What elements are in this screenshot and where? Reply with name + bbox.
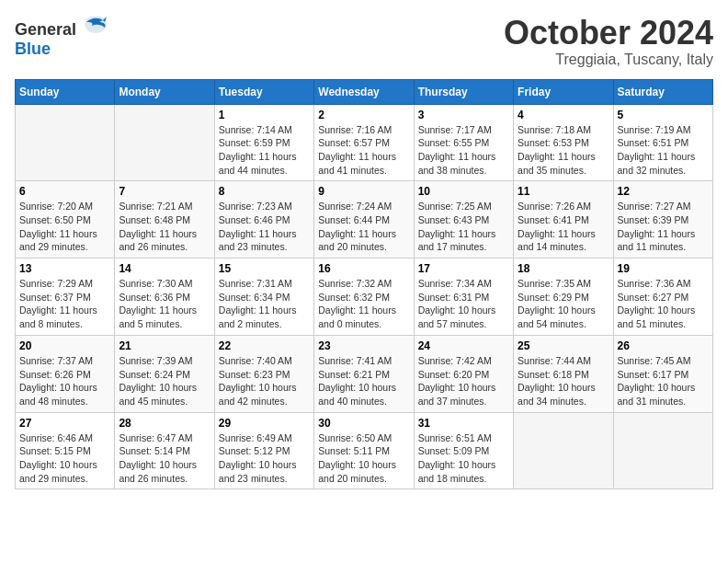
day-info: Sunrise: 7:32 AM Sunset: 6:32 PM Dayligh… — [318, 277, 409, 331]
day-info: Sunrise: 6:49 AM Sunset: 5:12 PM Dayligh… — [219, 431, 310, 486]
day-of-week-header: Monday — [115, 79, 214, 104]
day-info: Sunrise: 6:51 AM Sunset: 5:09 PM Dayligh… — [418, 431, 509, 486]
day-number: 18 — [518, 262, 609, 275]
calendar-cell — [613, 412, 712, 489]
day-number: 8 — [219, 185, 310, 198]
calendar-cell: 12Sunrise: 7:27 AM Sunset: 6:39 PM Dayli… — [613, 181, 712, 259]
calendar-cell: 31Sunrise: 6:51 AM Sunset: 5:09 PM Dayli… — [414, 412, 513, 489]
day-info: Sunrise: 7:39 AM Sunset: 6:24 PM Dayligh… — [119, 354, 210, 408]
calendar-week-row: 1Sunrise: 7:14 AM Sunset: 6:59 PM Daylig… — [16, 104, 713, 181]
calendar-cell: 1Sunrise: 7:14 AM Sunset: 6:59 PM Daylig… — [214, 104, 313, 181]
day-info: Sunrise: 7:36 AM Sunset: 6:27 PM Dayligh… — [618, 277, 709, 331]
calendar-cell: 15Sunrise: 7:31 AM Sunset: 6:34 PM Dayli… — [214, 259, 313, 336]
calendar-cell — [115, 104, 214, 181]
day-number: 20 — [19, 339, 110, 352]
day-info: Sunrise: 7:42 AM Sunset: 6:20 PM Dayligh… — [418, 354, 509, 408]
calendar-cell: 17Sunrise: 7:34 AM Sunset: 6:31 PM Dayli… — [414, 259, 513, 336]
calendar-cell: 30Sunrise: 6:50 AM Sunset: 5:11 PM Dayli… — [314, 412, 414, 489]
day-number: 10 — [418, 185, 509, 198]
day-info: Sunrise: 7:14 AM Sunset: 6:59 PM Dayligh… — [219, 123, 310, 178]
calendar-cell: 16Sunrise: 7:32 AM Sunset: 6:32 PM Dayli… — [314, 259, 414, 336]
day-number: 25 — [518, 339, 609, 352]
day-info: Sunrise: 7:45 AM Sunset: 6:17 PM Dayligh… — [618, 354, 709, 408]
day-of-week-header: Saturday — [613, 79, 712, 104]
calendar-body: 1Sunrise: 7:14 AM Sunset: 6:59 PM Daylig… — [16, 104, 713, 489]
day-number: 23 — [318, 339, 409, 352]
day-info: Sunrise: 7:25 AM Sunset: 6:43 PM Dayligh… — [418, 200, 509, 254]
day-info: Sunrise: 7:21 AM Sunset: 6:48 PM Dayligh… — [119, 200, 210, 254]
day-number: 19 — [618, 262, 709, 275]
day-info: Sunrise: 6:50 AM Sunset: 5:11 PM Dayligh… — [318, 431, 409, 486]
day-info: Sunrise: 7:29 AM Sunset: 6:37 PM Dayligh… — [19, 277, 110, 331]
calendar-cell: 19Sunrise: 7:36 AM Sunset: 6:27 PM Dayli… — [613, 259, 712, 336]
day-info: Sunrise: 7:40 AM Sunset: 6:23 PM Dayligh… — [219, 354, 310, 408]
calendar-cell: 11Sunrise: 7:26 AM Sunset: 6:41 PM Dayli… — [514, 181, 613, 259]
calendar-cell: 14Sunrise: 7:30 AM Sunset: 6:36 PM Dayli… — [115, 259, 214, 336]
location-title: Treggiaia, Tuscany, Italy — [504, 52, 713, 68]
calendar-cell: 5Sunrise: 7:19 AM Sunset: 6:51 PM Daylig… — [613, 104, 712, 181]
day-number: 5 — [618, 109, 709, 121]
day-number: 6 — [19, 185, 110, 198]
day-of-week-header: Sunday — [16, 79, 115, 104]
day-info: Sunrise: 6:47 AM Sunset: 5:14 PM Dayligh… — [119, 431, 210, 486]
day-number: 27 — [19, 417, 110, 430]
calendar-cell: 18Sunrise: 7:35 AM Sunset: 6:29 PM Dayli… — [514, 259, 613, 336]
day-info: Sunrise: 7:19 AM Sunset: 6:51 PM Dayligh… — [618, 123, 709, 178]
day-number: 16 — [318, 262, 409, 275]
day-number: 4 — [518, 109, 609, 121]
day-number: 13 — [19, 262, 110, 275]
day-info: Sunrise: 7:30 AM Sunset: 6:36 PM Dayligh… — [119, 277, 210, 331]
day-info: Sunrise: 7:26 AM Sunset: 6:41 PM Dayligh… — [518, 200, 609, 254]
calendar-week-row: 20Sunrise: 7:37 AM Sunset: 6:26 PM Dayli… — [16, 335, 713, 412]
calendar-week-row: 27Sunrise: 6:46 AM Sunset: 5:15 PM Dayli… — [16, 412, 713, 489]
day-of-week-header: Tuesday — [214, 79, 313, 104]
day-number: 12 — [618, 185, 709, 198]
day-info: Sunrise: 7:17 AM Sunset: 6:55 PM Dayligh… — [418, 123, 509, 178]
calendar-cell — [514, 412, 613, 489]
calendar-cell: 21Sunrise: 7:39 AM Sunset: 6:24 PM Dayli… — [115, 335, 214, 412]
day-number: 26 — [618, 339, 709, 352]
calendar-cell: 2Sunrise: 7:16 AM Sunset: 6:57 PM Daylig… — [314, 104, 414, 181]
day-number: 24 — [418, 339, 509, 352]
day-number: 15 — [219, 262, 310, 275]
day-number: 7 — [119, 185, 210, 198]
calendar-table: SundayMondayTuesdayWednesdayThursdayFrid… — [15, 79, 713, 490]
day-number: 2 — [318, 109, 409, 121]
day-info: Sunrise: 7:34 AM Sunset: 6:31 PM Dayligh… — [418, 277, 509, 331]
calendar-header-row: SundayMondayTuesdayWednesdayThursdayFrid… — [16, 79, 713, 104]
day-info: Sunrise: 7:31 AM Sunset: 6:34 PM Dayligh… — [219, 277, 310, 331]
day-info: Sunrise: 7:35 AM Sunset: 6:29 PM Dayligh… — [518, 277, 609, 331]
calendar-cell: 7Sunrise: 7:21 AM Sunset: 6:48 PM Daylig… — [115, 181, 214, 259]
calendar-cell: 4Sunrise: 7:18 AM Sunset: 6:53 PM Daylig… — [514, 104, 613, 181]
day-number: 30 — [318, 417, 409, 430]
calendar-cell: 9Sunrise: 7:24 AM Sunset: 6:44 PM Daylig… — [314, 181, 414, 259]
day-number: 3 — [418, 109, 509, 121]
calendar-cell — [16, 104, 115, 181]
calendar-cell: 24Sunrise: 7:42 AM Sunset: 6:20 PM Dayli… — [414, 335, 513, 412]
calendar-cell: 22Sunrise: 7:40 AM Sunset: 6:23 PM Dayli… — [214, 335, 313, 412]
page-header: General Blue October 2024 Treggiaia, Tus… — [15, 15, 713, 68]
day-info: Sunrise: 7:44 AM Sunset: 6:18 PM Dayligh… — [518, 354, 609, 408]
day-of-week-header: Friday — [514, 79, 613, 104]
day-of-week-header: Thursday — [414, 79, 513, 104]
calendar-cell: 8Sunrise: 7:23 AM Sunset: 6:46 PM Daylig… — [214, 181, 313, 259]
day-number: 31 — [418, 417, 509, 430]
day-number: 28 — [119, 417, 210, 430]
calendar-cell: 25Sunrise: 7:44 AM Sunset: 6:18 PM Dayli… — [514, 335, 613, 412]
day-info: Sunrise: 7:27 AM Sunset: 6:39 PM Dayligh… — [618, 200, 709, 254]
day-number: 1 — [219, 109, 310, 121]
day-number: 17 — [418, 262, 509, 275]
day-number: 9 — [318, 185, 409, 198]
day-number: 14 — [119, 262, 210, 275]
month-title: October 2024 — [504, 15, 713, 52]
day-of-week-header: Wednesday — [314, 79, 414, 104]
day-info: Sunrise: 7:23 AM Sunset: 6:46 PM Dayligh… — [219, 200, 310, 254]
logo-bird-icon — [83, 15, 108, 35]
calendar-cell: 3Sunrise: 7:17 AM Sunset: 6:55 PM Daylig… — [414, 104, 513, 181]
calendar-cell: 23Sunrise: 7:41 AM Sunset: 6:21 PM Dayli… — [314, 335, 414, 412]
logo-general: General — [15, 20, 76, 39]
title-block: October 2024 Treggiaia, Tuscany, Italy — [504, 15, 713, 68]
calendar-cell: 13Sunrise: 7:29 AM Sunset: 6:37 PM Dayli… — [16, 259, 115, 336]
calendar-cell: 28Sunrise: 6:47 AM Sunset: 5:14 PM Dayli… — [115, 412, 214, 489]
day-info: Sunrise: 7:37 AM Sunset: 6:26 PM Dayligh… — [19, 354, 110, 408]
